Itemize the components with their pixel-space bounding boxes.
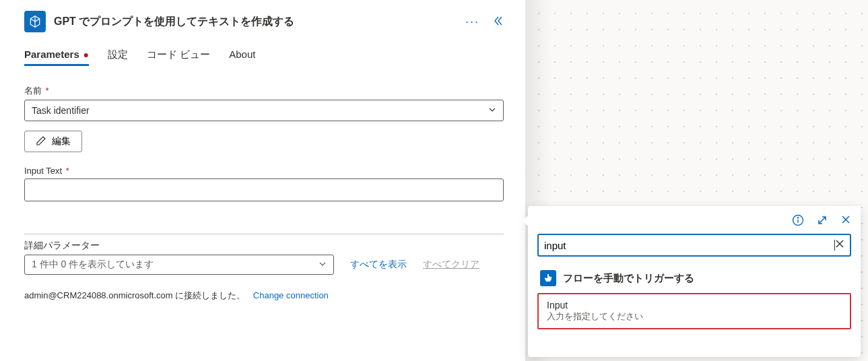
name-select[interactable]: Task identifier (24, 100, 504, 121)
action-header: GPT でプロンプトを使用してテキストを作成する ··· (24, 11, 504, 32)
pencil-icon (36, 135, 46, 148)
trigger-group-header: フローを手動でトリガーする (537, 266, 851, 293)
unsaved-dot-icon: ● (81, 49, 89, 60)
manual-trigger-icon (540, 270, 556, 286)
name-select-value: Task identifier (32, 105, 90, 116)
result-title: Input (547, 300, 842, 310)
tab-codeview[interactable]: コード ビュー (147, 48, 210, 66)
edit-button-label: 編集 (52, 135, 71, 147)
action-config-panel: GPT でプロンプトを使用してテキストを作成する ··· Parameters … (0, 0, 525, 361)
show-all-link[interactable]: すべてを表示 (350, 259, 407, 271)
required-icon: * (63, 166, 69, 176)
connection-status-row: admin@CRM224088.onmicrosoft.com に接続しました。… (24, 290, 504, 302)
name-label: 名前 * (24, 85, 504, 97)
tab-parameters-label: Parameters (24, 48, 79, 60)
gpt-action-icon (24, 11, 46, 32)
dynamic-content-item-input[interactable]: Input 入力を指定してください (537, 293, 851, 329)
change-connection-link[interactable]: Change connection (253, 290, 329, 300)
result-subtitle: 入力を指定してください (547, 310, 842, 323)
info-icon[interactable] (792, 214, 804, 228)
connection-status-text: admin@CRM224088.onmicrosoft.com に接続しました。 (24, 290, 245, 300)
advanced-parameters-section: 詳細パラメーター 1 件中 0 件を表示しています すべてを表示 すべてクリア (24, 234, 504, 275)
clear-search-icon[interactable] (835, 239, 844, 251)
input-text-label: Input Text * (24, 166, 504, 176)
svg-point-2 (797, 218, 798, 218)
collapse-panel-icon[interactable] (493, 15, 504, 28)
tab-bar: Parameters ● 設定 コード ビュー About (24, 48, 504, 66)
chevron-down-icon (319, 259, 327, 270)
trigger-group-label: フローを手動でトリガーする (563, 272, 694, 285)
tab-settings[interactable]: 設定 (108, 48, 128, 66)
advanced-select-value: 1 件中 0 件を表示しています (32, 259, 154, 271)
advanced-select[interactable]: 1 件中 0 件を表示しています (24, 255, 334, 275)
expand-icon[interactable] (816, 214, 828, 228)
dynamic-search-input[interactable] (544, 240, 834, 251)
tab-parameters[interactable]: Parameters ● (24, 48, 89, 66)
dynamic-content-panel: フローを手動でトリガーする Input 入力を指定してください (528, 206, 861, 357)
tab-about[interactable]: About (229, 48, 255, 66)
action-title: GPT でプロンプトを使用してテキストを作成する (54, 15, 457, 29)
more-options-icon[interactable]: ··· (465, 15, 479, 29)
required-icon: * (43, 86, 49, 96)
advanced-label: 詳細パラメーター (24, 240, 504, 252)
dynamic-search-box[interactable] (537, 234, 851, 257)
clear-all-link: すべてクリア (423, 259, 479, 271)
close-icon[interactable] (840, 214, 851, 228)
input-text-field[interactable] (24, 178, 504, 201)
edit-button[interactable]: 編集 (24, 131, 82, 152)
chevron-down-icon (488, 105, 496, 116)
